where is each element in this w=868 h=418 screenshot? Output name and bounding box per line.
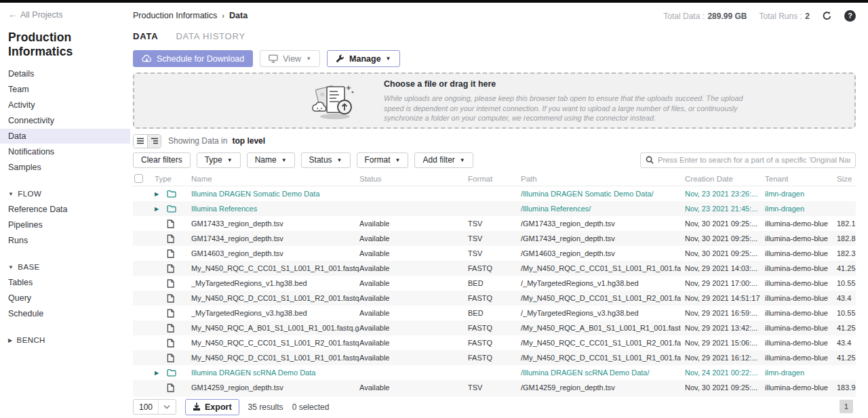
export-button[interactable]: Export xyxy=(185,399,239,415)
table-row[interactable]: _MyTargetedRegions_v3.hg38.bedAvailableB… xyxy=(133,306,856,320)
table-row[interactable]: My_N450_RQC_C_CC01_S1_L001_R2_001.fastq.… xyxy=(133,335,856,350)
help-icon[interactable]: ? xyxy=(844,10,856,22)
table-row[interactable]: GM17434_region_depth.tsvAvailableTSV/GM1… xyxy=(133,231,856,246)
row-name[interactable]: My_N450_RQC_C_CC01_S1_L001_R1_001.fastq.… xyxy=(191,264,359,272)
clear-filters-button[interactable]: Clear filters xyxy=(133,152,191,168)
filter-dropdown-name[interactable]: Name▼ xyxy=(247,152,295,168)
table-row[interactable]: GM17433_region_depth.tsvAvailableTSV/GM1… xyxy=(133,216,856,231)
row-name[interactable]: _MyTargetedRegions_v3.hg38.bed xyxy=(191,309,359,317)
sidebar-item-connectivity[interactable]: Connectivity xyxy=(0,113,130,128)
column-header-creation-date[interactable]: Creation Date xyxy=(681,175,761,183)
expand-caret-icon[interactable]: ▶ xyxy=(155,370,161,376)
table-row[interactable]: ▶Illumina DRAGEN scRNA Demo Data/Illumin… xyxy=(133,365,856,380)
filter-dropdown-format[interactable]: Format▼ xyxy=(357,152,409,168)
sidebar-item-team[interactable]: Team xyxy=(0,82,130,97)
row-name[interactable]: My_N450_RQC_D_CC01_S1_L001_R2_001.fastq.… xyxy=(191,294,359,302)
tab-data-history[interactable]: DATA HISTORY xyxy=(176,31,245,43)
filter-dropdown-status[interactable]: Status▼ xyxy=(301,152,351,168)
row-name[interactable]: GM17434_region_depth.tsv xyxy=(191,234,359,243)
row-name[interactable]: GM14603_region_depth.tsv xyxy=(191,249,359,257)
sidebar-item-activity[interactable]: Activity xyxy=(0,98,130,112)
sidebar-item-data[interactable]: Data xyxy=(0,129,130,144)
table-row[interactable]: ▶Illumina DRAGEN Somatic Demo Data/Illum… xyxy=(133,186,856,201)
page-size-select[interactable]: 100 xyxy=(133,399,176,415)
row-name[interactable]: _MyTargetedRegions_v1.hg38.bed xyxy=(191,279,359,287)
table-row[interactable]: My_N450_RQC_A_B01_S1_L001_R1_001.fastq.g… xyxy=(133,320,856,335)
table-row[interactable]: My_N450_RQC_D_CC01_S1_L001_R2_001.fastq.… xyxy=(133,291,856,306)
row-format: TSV xyxy=(462,383,515,392)
flat-list-icon[interactable] xyxy=(134,135,147,148)
sidebar-section-base[interactable]: ▼BASE xyxy=(8,263,122,271)
folder-icon xyxy=(167,190,176,198)
row-name[interactable]: My_N450_RQC_C_CC01_S1_L001_R2_001.fastq.… xyxy=(191,339,359,347)
column-header-status[interactable]: Status xyxy=(359,175,462,183)
row-creation-date: Nov, 30 2021 09:25:... xyxy=(681,249,761,257)
results-count: 35 results xyxy=(248,402,283,412)
all-projects-back-link[interactable]: ← All Projects xyxy=(8,9,122,20)
file-dropzone[interactable]: Choose a file or drag it here While uplo… xyxy=(133,72,856,129)
expand-caret-icon[interactable]: ▶ xyxy=(155,206,161,212)
row-creation-date: Nov, 23 2021 21:45:... xyxy=(681,205,761,213)
table-row[interactable]: _MyTargetedRegions_v1.hg38.bedAvailableB… xyxy=(133,276,856,291)
sidebar-sections: ▼FLOWReference DataPipelinesRuns▼BASETab… xyxy=(8,190,122,344)
select-all-checkbox[interactable] xyxy=(134,174,143,183)
row-format: TSV xyxy=(462,234,515,243)
folder-icon xyxy=(167,205,176,213)
filter-dropdowns: Type▼Name▼Status▼Format▼ xyxy=(197,152,409,168)
sidebar-item-details[interactable]: Details xyxy=(0,66,130,81)
filter-dropdown-type[interactable]: Type▼ xyxy=(197,152,241,168)
table-row[interactable]: My_N450_RQC_D_CC01_S1_L001_R1_001.fastq.… xyxy=(133,350,856,365)
chevron-down-icon: ▼ xyxy=(281,157,287,163)
row-size: 182.19 xyxy=(833,220,856,228)
add-filter-button[interactable]: Add filter ▼ xyxy=(414,152,473,168)
column-header-tenant[interactable]: Tenant xyxy=(761,175,833,183)
breadcrumb-current: Data xyxy=(229,11,248,20)
page-number-button[interactable]: 1 xyxy=(840,400,853,413)
sidebar-item-tables[interactable]: Tables xyxy=(0,275,130,290)
table-row[interactable]: GM14259_region_depth.tsvAvailableTSV/GM1… xyxy=(133,380,856,395)
table-row[interactable]: My_N450_RQC_C_CC01_S1_L001_R1_001.fastq.… xyxy=(133,261,856,276)
row-name[interactable]: My_N450_RQC_D_CC01_S1_L001_R1_001.fastq.… xyxy=(191,354,359,362)
search-input[interactable] xyxy=(658,156,850,164)
row-path: /Illumina DRAGEN Somatic Demo Data/ xyxy=(515,190,681,198)
sidebar-item-runs[interactable]: Runs xyxy=(0,233,130,248)
manage-button[interactable]: Manage ▼ xyxy=(327,50,399,67)
sidebar-item-samples[interactable]: Samples xyxy=(0,160,130,175)
sidebar-item-query[interactable]: Query xyxy=(0,291,130,306)
row-status: Available xyxy=(359,294,462,302)
sidebar-item-notifications[interactable]: Notifications xyxy=(0,144,130,159)
sidebar-item-reference-data[interactable]: Reference Data xyxy=(0,202,130,217)
row-status: Available xyxy=(359,264,462,272)
row-status: Available xyxy=(359,339,462,347)
sidebar-section-bench[interactable]: ▶BENCH xyxy=(8,336,122,344)
row-name[interactable]: Illumina DRAGEN scRNA Demo Data xyxy=(191,369,359,377)
schedule-for-download-button[interactable]: Schedule for Download xyxy=(133,50,253,67)
row-name[interactable]: GM14259_region_depth.tsv xyxy=(191,383,359,392)
table-row[interactable]: ▶Illumina References/Illumina References… xyxy=(133,201,856,216)
view-button[interactable]: View ▼ xyxy=(260,50,320,67)
column-header-type[interactable]: Type xyxy=(148,175,191,183)
row-name[interactable]: GM17433_region_depth.tsv xyxy=(191,220,359,228)
breadcrumb-parent[interactable]: Production Informatics xyxy=(133,11,217,20)
table-row[interactable]: GM14603_region_depth.tsvAvailableTSV/GM1… xyxy=(133,246,856,261)
column-header-path[interactable]: Path xyxy=(515,175,681,183)
column-header-format[interactable]: Format xyxy=(462,175,515,183)
tab-data[interactable]: DATA xyxy=(133,31,158,43)
refresh-icon[interactable] xyxy=(822,11,832,21)
sidebar-section-flow[interactable]: ▼FLOW xyxy=(8,190,122,198)
row-name[interactable]: My_N450_RQC_A_B01_S1_L001_R1_001.fastq.g… xyxy=(191,324,359,332)
row-type-cell xyxy=(148,234,191,243)
row-type-cell xyxy=(148,324,191,333)
row-path: /GM17434_region_depth.tsv xyxy=(515,234,681,243)
expand-caret-icon[interactable]: ▶ xyxy=(155,191,161,197)
row-name[interactable]: Illumina References xyxy=(191,205,359,213)
column-header-name[interactable]: Name xyxy=(191,175,359,183)
download-icon xyxy=(193,402,201,411)
sidebar-item-schedule[interactable]: Schedule xyxy=(0,306,130,321)
tree-list-icon[interactable] xyxy=(147,135,161,148)
row-status: Available xyxy=(359,249,462,257)
row-type-cell xyxy=(148,294,191,303)
sidebar-item-pipelines[interactable]: Pipelines xyxy=(0,217,130,232)
row-name[interactable]: Illumina DRAGEN Somatic Demo Data xyxy=(191,190,359,198)
column-header-size[interactable]: Size xyxy=(833,175,856,183)
